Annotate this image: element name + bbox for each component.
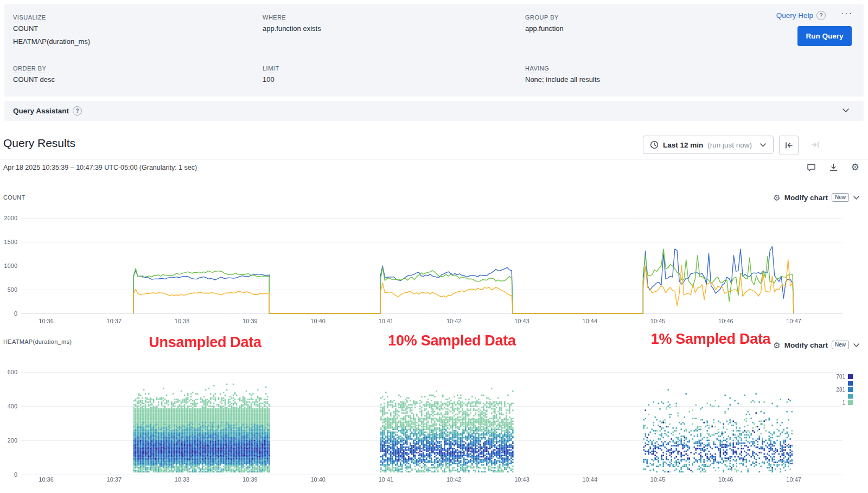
help-icon[interactable]: ? <box>816 11 826 20</box>
group-by-clause[interactable]: GROUP BY app.function <box>525 12 564 35</box>
duration-heatmap-chart[interactable] <box>0 350 868 490</box>
limit-value[interactable]: 100 <box>263 73 279 86</box>
modify-chart-control[interactable]: ⚙ Modify chart New <box>773 341 860 349</box>
visualize-label: VISUALIZE <box>13 14 46 22</box>
time-range-selector[interactable]: Last 12 min (run just now) <box>643 136 774 154</box>
annotation-10pct-sampled: 10% Sampled Data <box>388 332 515 349</box>
clock-icon <box>650 140 659 149</box>
help-icon[interactable]: ? <box>73 106 82 116</box>
settings-gear-icon[interactable]: ⚙ <box>851 163 859 172</box>
gear-icon[interactable]: ⚙ <box>773 194 780 202</box>
previous-query-button[interactable] <box>779 136 799 155</box>
limit-clause[interactable]: LIMIT 100 <box>263 63 279 86</box>
order-by-label: ORDER BY <box>13 65 46 73</box>
query-assistant-bar[interactable]: Query Assistant ? <box>4 101 864 121</box>
new-badge: New <box>832 193 849 202</box>
chevron-down-icon[interactable] <box>842 108 850 113</box>
group-by-label: GROUP BY <box>525 14 559 22</box>
chevron-down-icon[interactable] <box>853 343 860 348</box>
page-title: Query Results <box>3 137 75 150</box>
chevron-down-icon <box>760 143 767 148</box>
visualize-value[interactable]: HEATMAP(duration_ms) <box>13 35 90 48</box>
section-divider <box>0 159 868 159</box>
count-chart-title: COUNT <box>3 194 25 201</box>
query-assistant-label: Query Assistant <box>13 107 69 115</box>
modify-chart-label[interactable]: Modify chart <box>784 194 828 202</box>
count-line-chart[interactable] <box>0 212 868 331</box>
annotation-unsampled: Unsampled Data <box>149 334 261 351</box>
limit-label: LIMIT <box>263 65 279 73</box>
run-query-button[interactable]: Run Query <box>797 26 852 46</box>
honeycomb-query-page: VISUALIZE COUNT HEATMAP(duration_ms) WHE… <box>0 0 868 493</box>
where-label: WHERE <box>263 14 286 22</box>
result-time-window: Apr 18 2025 10:35:39 – 10:47:39 UTC-05:0… <box>3 164 197 171</box>
next-query-button <box>806 136 825 154</box>
where-clause[interactable]: WHERE app.function exists <box>263 12 321 35</box>
query-help-link[interactable]: Query Help <box>776 11 813 20</box>
overflow-menu-icon[interactable]: ··· <box>841 9 853 18</box>
where-value[interactable]: app.function exists <box>263 22 321 35</box>
visualize-clause[interactable]: VISUALIZE COUNT HEATMAP(duration_ms) <box>13 12 90 48</box>
new-badge: New <box>832 341 849 349</box>
time-range-value: Last 12 min <box>663 141 703 149</box>
download-icon[interactable] <box>829 163 838 172</box>
comment-icon[interactable] <box>807 163 816 172</box>
having-value[interactable]: None; include all results <box>525 73 600 86</box>
heatmap-chart-title: HEATMAP(duration_ms) <box>3 338 72 345</box>
visualize-value[interactable]: COUNT <box>13 22 90 35</box>
time-range-note: (run just now) <box>707 141 752 149</box>
having-clause[interactable]: HAVING None; include all results <box>525 63 600 86</box>
group-by-value[interactable]: app.function <box>525 22 564 35</box>
gear-icon[interactable]: ⚙ <box>773 341 780 349</box>
modify-chart-label[interactable]: Modify chart <box>784 341 828 349</box>
chevron-down-icon[interactable] <box>853 195 860 200</box>
having-label: HAVING <box>525 65 549 73</box>
modify-chart-control[interactable]: ⚙ Modify chart New <box>773 193 860 202</box>
annotation-1pct-sampled: 1% Sampled Data <box>651 331 771 348</box>
query-builder-panel: VISUALIZE COUNT HEATMAP(duration_ms) WHE… <box>4 4 864 97</box>
order-by-clause[interactable]: ORDER BY COUNT desc <box>13 63 55 86</box>
order-by-value[interactable]: COUNT desc <box>13 73 55 86</box>
